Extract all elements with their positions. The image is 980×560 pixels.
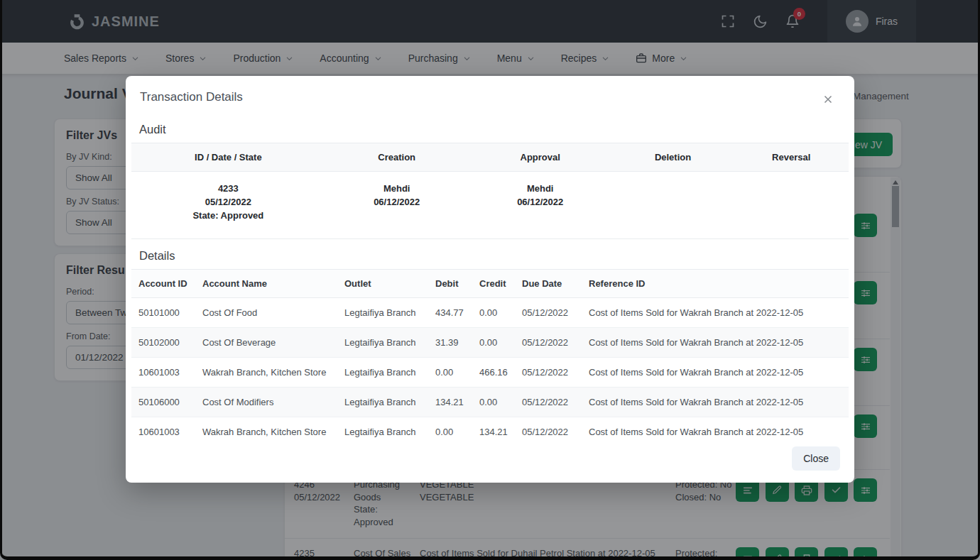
audit-state: State: Approved: [137, 209, 320, 223]
transaction-details-modal: Transaction Details Audit ID / Date / St…: [126, 76, 854, 483]
audit-id-date-state: 4233 05/12/2022 State: Approved: [131, 172, 325, 239]
details-row: 50101000 Cost Of Food Legtaifiya Branch …: [131, 297, 849, 327]
cell-outlet: Legtaifiya Branch: [337, 387, 428, 417]
audit-approval-date: 06/12/2022: [474, 196, 606, 209]
cell-reference-id: Cost of Items Sold for Wakrah Branch at …: [582, 357, 849, 387]
cell-account-id: 10601003: [131, 417, 195, 446]
cell-reference-id: Cost of Items Sold for Wakrah Branch at …: [582, 387, 849, 417]
audit-creation-date: 06/12/2022: [331, 196, 463, 209]
audit-col-header: ID / Date / State: [131, 143, 325, 172]
cell-credit: 134.21: [472, 417, 515, 446]
details-row: 10601003 Wakrah Branch, Kitchen Store Le…: [131, 357, 849, 387]
details-col-header: Outlet: [337, 269, 428, 297]
details-col-header: Account ID: [131, 269, 195, 297]
cell-due-date: 05/12/2022: [515, 327, 582, 357]
details-col-header: Credit: [472, 269, 515, 297]
cell-credit: 466.16: [472, 357, 515, 387]
modal-title: Transaction Details: [140, 90, 243, 104]
cell-account-name: Wakrah Branch, Kitchen Store: [195, 357, 337, 387]
cell-debit: 134.21: [428, 387, 472, 417]
details-row: 10601003 Wakrah Branch, Kitchen Store Le…: [131, 417, 849, 446]
details-col-header: Due Date: [515, 269, 582, 297]
cell-credit: 0.00: [472, 297, 515, 327]
cell-account-name: Cost Of Food: [195, 297, 337, 327]
cell-debit: 31.39: [428, 327, 472, 357]
cell-outlet: Legtaifiya Branch: [337, 327, 428, 357]
audit-col-header: Reversal: [734, 143, 849, 172]
modal-close-footer-button[interactable]: Close: [792, 446, 840, 471]
cell-account-name: Wakrah Branch, Kitchen Store: [195, 417, 337, 446]
cell-account-id: 50102000: [131, 327, 195, 357]
audit-col-header: Deletion: [612, 143, 734, 172]
cell-outlet: Legtaifiya Branch: [337, 357, 428, 387]
audit-creation-user: Mehdi: [331, 182, 463, 196]
audit-approval: Mehdi 06/12/2022: [469, 172, 612, 239]
audit-col-header: Creation: [325, 143, 469, 172]
cell-account-id: 50101000: [131, 297, 195, 327]
details-heading: Details: [139, 249, 849, 263]
cell-reference-id: Cost of Items Sold for Wakrah Branch at …: [582, 297, 849, 327]
audit-table: ID / Date / State Creation Approval Dele…: [131, 143, 849, 239]
cell-outlet: Legtaifiya Branch: [337, 297, 428, 327]
details-col-header: Debit: [428, 269, 472, 297]
details-col-header: Reference ID: [582, 269, 849, 297]
details-table: Account ID Account Name Outlet Debit Cre…: [131, 269, 849, 446]
cell-account-id: 10601003: [131, 357, 195, 387]
cell-due-date: 05/12/2022: [515, 357, 582, 387]
audit-row: 4233 05/12/2022 State: Approved Mehdi 06…: [131, 172, 849, 239]
cell-credit: 0.00: [472, 327, 515, 357]
cell-account-name: Cost Of Modifiers: [195, 387, 337, 417]
audit-date: 05/12/2022: [137, 196, 320, 209]
cell-account-name: Cost Of Beverage: [195, 327, 337, 357]
details-row: 50102000 Cost Of Beverage Legtaifiya Bra…: [131, 327, 849, 357]
cell-credit: 0.00: [472, 387, 515, 417]
audit-deletion: [612, 172, 734, 239]
audit-reversal: [734, 172, 849, 239]
cell-reference-id: Cost of Items Sold for Wakrah Branch at …: [582, 327, 849, 357]
cell-due-date: 05/12/2022: [515, 417, 582, 446]
cell-reference-id: Cost of Items Sold for Wakrah Branch at …: [582, 417, 849, 446]
cell-account-id: 50106000: [131, 387, 195, 417]
cell-due-date: 05/12/2022: [515, 297, 582, 327]
close-icon: [822, 93, 834, 106]
cell-debit: 0.00: [428, 417, 472, 446]
modal-close-button[interactable]: [819, 90, 837, 109]
audit-heading: Audit: [139, 123, 849, 136]
details-col-header: Account Name: [195, 269, 337, 297]
cell-due-date: 05/12/2022: [515, 387, 582, 417]
cell-debit: 0.00: [428, 357, 472, 387]
audit-approval-user: Mehdi: [474, 182, 606, 196]
audit-id: 4233: [137, 182, 320, 196]
cell-outlet: Legtaifiya Branch: [337, 417, 428, 446]
cell-debit: 434.77: [428, 297, 472, 327]
audit-creation: Mehdi 06/12/2022: [325, 172, 469, 239]
audit-col-header: Approval: [469, 143, 612, 172]
details-row: 50106000 Cost Of Modifiers Legtaifiya Br…: [131, 387, 849, 417]
